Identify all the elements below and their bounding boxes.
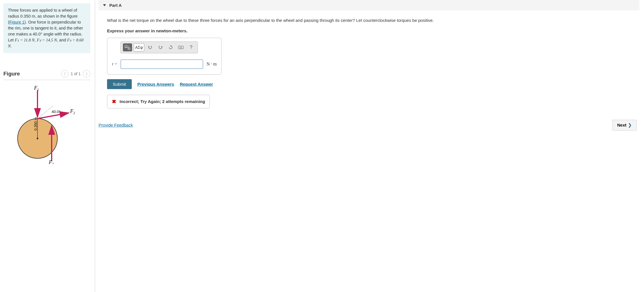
svg-text:0.350 m: 0.350 m bbox=[34, 117, 38, 131]
greek-button[interactable]: ΑΣφ bbox=[134, 43, 144, 51]
template-button[interactable]: √ bbox=[123, 43, 132, 51]
figure-pager-text: 1 of 1 bbox=[71, 72, 81, 76]
undo-icon bbox=[148, 45, 152, 49]
answer-unit: N · m bbox=[206, 62, 217, 67]
equation-toolbar: √ ΑΣφ bbox=[120, 41, 198, 53]
problem-statement: Three forces are applied to a wheel of r… bbox=[3, 3, 90, 53]
svg-text:F1: F1 bbox=[34, 85, 39, 92]
answer-label: τ = bbox=[112, 62, 117, 66]
svg-point-19 bbox=[181, 47, 181, 47]
panel-divider bbox=[95, 0, 95, 292]
svg-text:40.0°: 40.0° bbox=[52, 110, 60, 114]
svg-rect-16 bbox=[178, 46, 183, 49]
redo-icon bbox=[158, 45, 163, 49]
chevron-right-icon: ❯ bbox=[628, 123, 632, 128]
undo-button[interactable] bbox=[146, 43, 154, 51]
svg-line-6 bbox=[37, 113, 69, 119]
svg-rect-12 bbox=[125, 45, 127, 47]
request-answer-link[interactable]: Request Answer bbox=[180, 82, 213, 87]
incorrect-icon: ✖ bbox=[112, 98, 116, 105]
part-title: Part A bbox=[109, 3, 122, 8]
previous-answers-link[interactable]: Previous Answers bbox=[137, 82, 174, 87]
figure-link[interactable]: Figure 1 bbox=[9, 20, 24, 24]
caret-down-icon bbox=[103, 4, 106, 6]
figure-title: Figure bbox=[3, 71, 20, 77]
part-header[interactable]: Part A bbox=[99, 0, 639, 10]
reset-icon bbox=[168, 45, 173, 49]
svg-point-17 bbox=[179, 47, 180, 47]
svg-text:F3: F3 bbox=[49, 159, 54, 164]
help-button[interactable]: ? bbox=[187, 43, 195, 51]
feedback-text: Incorrect; Try Again; 2 attempts remaini… bbox=[120, 99, 205, 104]
submit-button[interactable]: Submit bbox=[107, 79, 132, 89]
answer-box: √ ΑΣφ bbox=[107, 38, 221, 75]
figure-next-button[interactable]: 〉 bbox=[83, 70, 90, 77]
fraction-root-icon: √ bbox=[124, 45, 131, 50]
feedback-message: ✖ Incorrect; Try Again; 2 attempts remai… bbox=[107, 95, 210, 108]
svg-text:F2: F2 bbox=[70, 108, 75, 115]
svg-rect-21 bbox=[180, 48, 182, 48]
keyboard-icon bbox=[178, 46, 184, 49]
provide-feedback-link[interactable]: Provide Feedback bbox=[99, 123, 133, 127]
f2-expr: F₂ = 14.5 N bbox=[37, 38, 57, 42]
reset-button[interactable] bbox=[166, 43, 175, 51]
svg-text:√: √ bbox=[128, 45, 129, 48]
express-text: Express your answer in newton-meters. bbox=[107, 28, 631, 33]
svg-point-20 bbox=[182, 47, 182, 47]
redo-button[interactable] bbox=[156, 43, 165, 51]
svg-rect-15 bbox=[128, 48, 130, 50]
question-text: What is the net torque on the wheel due … bbox=[107, 17, 631, 24]
figure-prev-button[interactable]: 〈 bbox=[61, 70, 68, 77]
next-button[interactable]: Next ❯ bbox=[612, 120, 637, 131]
keyboard-button[interactable] bbox=[177, 43, 185, 51]
figure-image: F1 F2 40.0° F3 0.350 m bbox=[3, 85, 77, 164]
answer-input[interactable] bbox=[121, 60, 203, 69]
next-label: Next bbox=[617, 123, 626, 127]
f1-expr: F₁ = 11.8 N bbox=[15, 38, 35, 42]
svg-point-18 bbox=[180, 47, 181, 47]
